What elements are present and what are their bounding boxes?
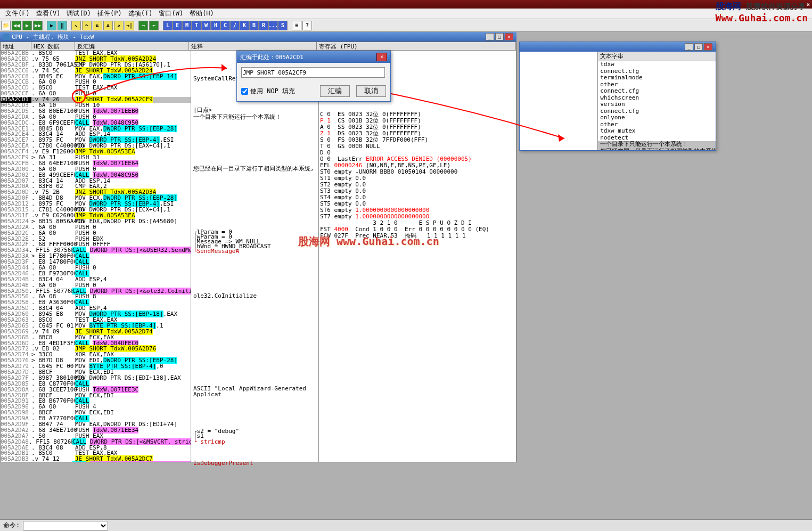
step-into-icon[interactable]: ↘ [71, 21, 81, 30]
step-trace-icon[interactable]: ⇊ [93, 21, 102, 30]
toolbar-...-button[interactable]: ... [268, 21, 278, 30]
max-icon[interactable]: □ [694, 43, 703, 51]
cpu-window-titlebar: CPU - 主线程, 模块 - TdxW _ □ × [0, 32, 516, 42]
comment-text: IsDebuggerPresent [192, 461, 253, 467]
menu-item[interactable]: 窗口(W) [155, 8, 186, 19]
cmd-label: 命令: [3, 521, 20, 530]
disasm-row[interactable]: 005A2D34. FF15 30756B00CALL DWORD PTR DS… [1, 248, 191, 254]
disasm-row[interactable]: 005A2D56. 6A 08PUSH 8 [1, 294, 191, 300]
rewind-icon[interactable]: ◀◀ [12, 21, 21, 30]
string-row[interactable]: connect.cfg [598, 88, 716, 95]
disasm-row[interactable]: 005A2D7F. 8987 38010000MOV DWORD PTR DS:… [1, 375, 191, 381]
run-to-icon[interactable]: →| [125, 21, 134, 30]
play-icon[interactable]: ▶ [22, 21, 32, 30]
strings-list[interactable]: tdxwconnect.cfgterminalmodeotherconnect.… [598, 61, 716, 150]
toolbar-/-button[interactable]: / [230, 21, 240, 30]
cancel-button[interactable]: 取消 [356, 85, 386, 97]
command-bar: 命令: [0, 519, 812, 531]
close-icon[interactable]: × [704, 43, 712, 51]
goto2-icon[interactable]: ← [149, 21, 159, 30]
toolbar-t-button[interactable]: T [192, 21, 201, 30]
string-row[interactable]: tdxw [598, 61, 716, 68]
cpu-window-title: CPU - 主线程, 模块 - TdxW [12, 33, 94, 41]
comment-text: 一个目录下只能运行一个本系统！ [192, 115, 281, 120]
config-icon[interactable]: ≡ [292, 21, 301, 30]
col-addr: 地址 [1, 42, 31, 50]
comment-text: └_stricmp [192, 439, 225, 445]
menu-item[interactable]: 帮助(H) [186, 8, 217, 19]
min-icon[interactable]: _ [486, 33, 494, 40]
close-icon[interactable]: × [505, 33, 513, 40]
register-line: FCW 027F Prec NEAR,53 掩码 1 1 1 1 1 1 [320, 233, 515, 239]
max-icon[interactable]: □ [495, 33, 504, 40]
strings-titlebar: _ □ × [520, 42, 716, 52]
dialog-close-icon[interactable]: × [376, 53, 387, 61]
comment-text: 您已经在同一目录下运行了相同类型的本系统, [192, 166, 314, 172]
step-trace2-icon[interactable]: ⇊ [103, 21, 113, 30]
comment-text: SystemCallRet [192, 76, 239, 82]
string-row[interactable]: version [598, 101, 716, 108]
comment-text: |口点> [192, 108, 212, 113]
toolbar-r-button[interactable]: R [259, 21, 268, 30]
strings-window: _ □ × 文本字串 tdxwconnect.cfgterminalmodeot… [519, 42, 716, 151]
strings-header: 文本字串 [598, 52, 716, 61]
col-disasm: 反汇编 [75, 42, 189, 50]
disasm-row[interactable]: 005A2D3A> E8 1F780F00CALL [1, 254, 191, 259]
menu-item[interactable]: 选项(T) [125, 8, 156, 19]
dialog-title: 汇编于此处：005A2CD1 [240, 53, 304, 61]
step-over-icon[interactable]: ↷ [82, 21, 92, 30]
toolbar-c-button[interactable]: C [220, 21, 230, 30]
toolbar-e-button[interactable]: E [173, 21, 182, 30]
menu-item[interactable]: 插件(P) [94, 8, 125, 19]
string-row[interactable]: terminalmode [598, 75, 716, 81]
assemble-dialog: 汇编于此处：005A2CD1 × 使用 NOP 填充 汇编 取消 [236, 51, 391, 102]
comment-text: └SendMessageA [192, 249, 239, 255]
help-icon[interactable]: ? [302, 21, 312, 30]
string-row[interactable]: 一个目录下只能运行一个本系统！ [598, 141, 716, 148]
toolbar-h-button[interactable]: H [211, 21, 220, 30]
pause-icon[interactable]: ‖ [58, 21, 67, 30]
toolbar-m-button[interactable]: M [182, 21, 192, 30]
site-logo: 股海网 股票软件资源分享 Www.Guhai.com.cn [716, 1, 808, 23]
cpu-pane: 地址 HEX 数据 反汇编 注释 寄存器 (FPU) 005A2CBB. 85C… [0, 42, 516, 462]
goto-icon[interactable]: → [138, 21, 148, 30]
disasm-row[interactable]: 005A2D8F. 8BCFMOV ECX,EDI [1, 393, 191, 399]
toolbar-s-button[interactable]: S [278, 21, 288, 30]
run-icon[interactable]: ▶ [47, 21, 56, 30]
step-out-icon[interactable]: ↗ [114, 21, 124, 30]
string-row[interactable]: onlyone [598, 115, 716, 121]
toolbar-k-button[interactable]: K [240, 21, 249, 30]
cmd-input[interactable] [23, 521, 108, 530]
menu-item[interactable]: 查看(V) [33, 8, 64, 19]
open-icon[interactable]: 📁 [1, 21, 11, 30]
forward-icon[interactable]: ▶▶ [33, 21, 43, 30]
comment-text: ASCII "Local AppWizard-Generated Applica… [192, 386, 318, 398]
comment-text: ole32.CoInitialize [192, 293, 257, 299]
string-row[interactable]: 您已经在同一目录下运行了相同类型的本系统,继续运行可 [598, 148, 716, 151]
col-hex: HEX 数据 [31, 42, 75, 50]
menu-item[interactable]: 调试(D) [63, 8, 94, 19]
col-reg: 寄存器 (FPU) [317, 42, 516, 50]
menu-item[interactable]: 文件(F) [2, 8, 33, 19]
nop-checkbox[interactable] [241, 88, 248, 95]
toolbar-l-button[interactable]: L [163, 21, 173, 30]
nop-fill-checkbox[interactable]: 使用 NOP 填充 [241, 87, 295, 96]
menubar: 文件(F)查看(V)调试(D)插件(P)选项(T)窗口(W)帮助(H) [0, 9, 812, 19]
disasm-header: 地址 HEX 数据 反汇编 注释 寄存器 (FPU) [1, 42, 516, 51]
register-pane[interactable]: EAX 00000000C 0 ES 0023 32位 0(FFFFFFFF)P… [319, 51, 516, 462]
strings-left-pane[interactable] [520, 52, 598, 150]
disasm-row[interactable]: 005A2D98. 8BCFMOV ECX,EDI [1, 410, 191, 416]
register-line: T 0 GS 0000 NULL [320, 143, 515, 150]
disasm-row[interactable]: 005A2D44. 6A 00PUSH 0 [1, 265, 191, 271]
disasm-list[interactable]: 005A2CBB. 85C0TEST EAX,EAX005A2CBD.v 75 … [1, 51, 191, 462]
dialog-titlebar: 汇编于此处：005A2CD1 × [237, 51, 390, 63]
comment-list[interactable]: SystemCallRet|口点>一个目录下只能运行一个本系统！您已经在同一目录… [191, 51, 319, 462]
assemble-button[interactable]: 汇编 [320, 85, 350, 97]
toolbar-w-button[interactable]: W [201, 21, 211, 30]
string-row[interactable]: tdxw mutex [598, 128, 716, 135]
col-comment: 注释 [189, 42, 317, 50]
assemble-input[interactable] [241, 67, 385, 78]
min-icon[interactable]: _ [685, 43, 693, 51]
toolbar: 📁 ◀◀ ▶ ▶▶ ▶ ‖ ↘ ↷ ⇊ ⇊ ↗ →| → ← LEMTWHC/K… [0, 19, 812, 32]
toolbar-b-button[interactable]: B [249, 21, 259, 30]
